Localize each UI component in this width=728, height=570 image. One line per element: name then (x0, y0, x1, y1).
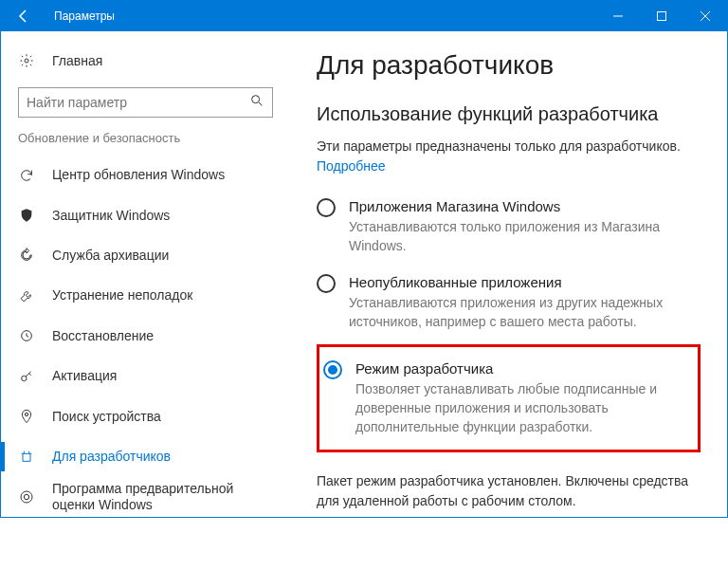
backup-icon (18, 248, 35, 263)
radio-indicator (317, 198, 336, 217)
settings-window: Параметры Главная Обновление (0, 0, 728, 518)
highlight-box: Режим разработчика Позволяет устанавлива… (317, 344, 701, 452)
nav-find-device[interactable]: Поиск устройства (1, 396, 290, 436)
page-title: Для разработчиков (317, 50, 701, 81)
nav-label: Центр обновления Windows (52, 167, 225, 183)
maximize-button[interactable] (640, 1, 683, 31)
status-text: Пакет режим разработчика установлен. Вкл… (317, 471, 701, 511)
search-icon (249, 93, 264, 112)
nav-label: Программа предварительной оценки Windows (52, 481, 273, 513)
nav-label: Устранение неполадок (52, 287, 192, 303)
nav-label: Поиск устройства (52, 409, 161, 425)
nav-backup[interactable]: Служба архивации (1, 235, 290, 275)
svg-point-1 (25, 59, 28, 63)
nav-windows-update[interactable]: Центр обновления Windows (1, 155, 290, 194)
nav-recovery[interactable]: Восстановление (1, 316, 290, 356)
home-label: Главная (52, 53, 102, 68)
svg-point-2 (252, 96, 260, 103)
radio-indicator-selected (323, 360, 342, 379)
nav-label: Для разработчиков (52, 449, 171, 465)
nav-for-developers[interactable]: Для разработчиков (1, 436, 290, 476)
key-icon (18, 369, 35, 384)
dev-mode-radio-group: Приложения Магазина Windows Устанавливаю… (317, 193, 701, 452)
titlebar: Параметры (1, 1, 727, 31)
category-label: Обновление и безопасность (1, 131, 290, 155)
radio-description: Позволяет устанавливать любые подписанны… (355, 380, 682, 436)
nav-label: Служба архивации (52, 248, 169, 264)
window-title: Параметры (46, 9, 596, 23)
main-panel: Для разработчиков Использование функций … (290, 31, 727, 517)
wrench-icon (18, 288, 35, 303)
content-area: Главная Обновление и безопасность Центр … (1, 31, 727, 517)
radio-title: Неопубликованные приложения (349, 274, 701, 290)
svg-point-4 (22, 376, 27, 380)
learn-more-link[interactable]: Подробнее (317, 158, 386, 174)
search-input[interactable] (27, 95, 249, 110)
sidebar: Главная Обновление и безопасность Центр … (1, 31, 290, 517)
home-nav[interactable]: Главная (1, 43, 290, 80)
recovery-icon (18, 328, 35, 343)
shield-icon (18, 208, 35, 223)
back-button[interactable] (1, 1, 46, 31)
nav-insider[interactable]: Программа предварительной оценки Windows (1, 477, 290, 517)
svg-point-5 (25, 413, 27, 415)
nav-label: Защитник Windows (52, 208, 170, 224)
radio-sideload-apps[interactable]: Неопубликованные приложения Устанавливаю… (317, 268, 701, 344)
location-icon (18, 409, 35, 424)
developer-icon (18, 449, 35, 464)
minimize-button[interactable] (596, 1, 640, 31)
gear-icon (18, 53, 35, 68)
section-heading: Использование функций разработчика (317, 103, 701, 125)
radio-title: Приложения Магазина Windows (349, 198, 701, 214)
radio-store-apps[interactable]: Приложения Магазина Windows Устанавливаю… (317, 193, 701, 268)
svg-rect-0 (658, 12, 666, 21)
close-button[interactable] (683, 1, 727, 31)
section-description: Эти параметры предназначены только для р… (317, 138, 701, 154)
search-box[interactable] (18, 87, 273, 119)
nav-defender[interactable]: Защитник Windows (1, 195, 290, 235)
sync-icon (18, 168, 35, 183)
insider-icon (18, 489, 35, 505)
nav-troubleshoot[interactable]: Устранение неполадок (1, 276, 290, 316)
radio-description: Устанавливаются приложения из других над… (349, 294, 701, 331)
radio-description: Устанавливаются только приложения из Маг… (349, 218, 701, 255)
nav-label: Активация (52, 368, 117, 384)
nav-label: Восстановление (52, 328, 154, 344)
radio-indicator (317, 274, 336, 293)
radio-developer-mode[interactable]: Режим разработчика Позволяет устанавлива… (323, 355, 682, 442)
radio-title: Режим разработчика (355, 360, 682, 377)
nav-activation[interactable]: Активация (1, 356, 290, 395)
svg-point-7 (24, 494, 28, 499)
svg-point-6 (21, 491, 32, 503)
